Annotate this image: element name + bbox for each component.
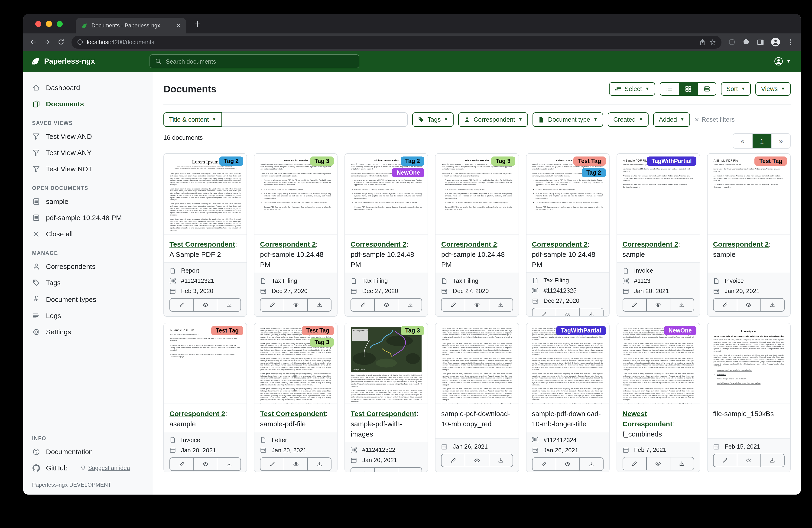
share-icon[interactable] <box>699 39 706 45</box>
view-button[interactable] <box>555 458 579 470</box>
maximize-window-button[interactable] <box>57 21 63 27</box>
correspondent-link[interactable]: Newest Correspondent <box>622 410 672 428</box>
user-menu[interactable]: ▼ <box>774 57 791 66</box>
tag-badge[interactable]: TagWithPartial <box>647 157 696 166</box>
global-search[interactable] <box>149 54 359 68</box>
reset-filters-button[interactable]: ✕ Reset filters <box>695 116 735 123</box>
filter-text-input[interactable] <box>222 112 407 127</box>
thumbnail[interactable]: A Simple PDF FileThis is a small demonst… <box>617 154 699 234</box>
sidebar-item-close-all[interactable]: Close all <box>23 226 153 242</box>
edit-button[interactable] <box>532 458 555 470</box>
correspondent-link[interactable]: Test Correspondent <box>170 240 235 248</box>
edit-button[interactable] <box>714 454 737 467</box>
document-card[interactable]: Adobe Acrobat PDF FilesAdobe® Portable D… <box>345 153 428 317</box>
sidebar-item-correspondents[interactable]: Correspondents <box>23 258 153 274</box>
tag-badge[interactable]: Tag 3 <box>310 157 334 166</box>
tag-badge[interactable]: Tag 3 <box>491 157 515 166</box>
created-filter-button[interactable]: Created ▼ <box>608 112 649 127</box>
thumbnail[interactable]: Adobe Acrobat PDF FilesAdobe® Portable D… <box>526 154 609 234</box>
address-bar[interactable]: localhost:4200/documents <box>72 35 722 48</box>
added-filter-button[interactable]: Added ▼ <box>653 112 690 127</box>
edit-button[interactable] <box>623 299 646 311</box>
site-info-icon[interactable] <box>77 39 83 45</box>
sidebar-item-test-view-not[interactable]: Test View NOT <box>23 161 153 177</box>
tag-badge[interactable]: Tag 2 <box>582 168 606 177</box>
edit-button[interactable] <box>260 299 284 311</box>
download-button[interactable] <box>579 309 603 317</box>
thumbnail[interactable]: Adobe Acrobat PDF FilesAdobe® Portable D… <box>255 154 337 234</box>
download-button[interactable] <box>217 458 241 470</box>
search-input[interactable] <box>166 58 354 65</box>
thumbnail[interactable]: A Simple PDF FileThis is a small demonst… <box>708 154 790 234</box>
correspondent-link[interactable]: Correspondent 2 <box>260 240 316 248</box>
sidebar-item-open-doc-sample[interactable]: sample <box>23 193 153 210</box>
detail-view-button[interactable] <box>697 83 716 95</box>
edit-button[interactable] <box>623 458 646 470</box>
view-button[interactable] <box>737 454 760 467</box>
select-button[interactable]: Select ▼ <box>609 82 655 96</box>
thumbnail[interactable]: Lorem Ipsum"Neque porro quisquam est qui… <box>164 154 247 234</box>
sidebar-item-document-types[interactable]: # Document types <box>23 291 153 308</box>
document-card[interactable]: Lorem Ipsum"Neque porro quisquam est qui… <box>163 153 247 317</box>
correspondent-link[interactable]: Correspondent 2 <box>622 240 678 248</box>
view-button[interactable] <box>646 458 670 470</box>
tag-badge[interactable]: Test Tag <box>755 157 787 166</box>
correspondent-filter-button[interactable]: Correspondent ▼ <box>458 112 528 127</box>
tag-badge[interactable]: Test Tag <box>211 326 243 335</box>
download-button[interactable] <box>307 458 331 470</box>
tag-badge[interactable]: TagWithPartial <box>556 326 606 335</box>
edit-button[interactable] <box>351 468 374 472</box>
document-card[interactable]: Adobe Acrobat PDF FilesAdobe® Portable D… <box>254 153 337 317</box>
pagination-prev-button[interactable]: « <box>733 134 752 148</box>
download-button[interactable] <box>398 299 422 311</box>
download-button[interactable] <box>760 299 784 311</box>
tags-filter-button[interactable]: Tags ▼ <box>412 112 453 127</box>
views-button[interactable]: Views ▼ <box>756 82 791 96</box>
download-button[interactable] <box>217 299 241 311</box>
tag-badge[interactable]: Tag 2 <box>219 157 243 166</box>
sidebar-item-documentation[interactable]: Documentation <box>23 443 153 460</box>
new-tab-button[interactable] <box>193 20 202 28</box>
edit-button[interactable] <box>442 299 465 311</box>
download-button[interactable] <box>489 299 512 311</box>
view-button[interactable] <box>646 299 670 311</box>
tag-badge[interactable]: NewOne <box>664 326 696 335</box>
tag-badge[interactable]: Test Tag <box>574 157 606 166</box>
document-card[interactable]: Adobe Acrobat PDF FilesAdobe® Portable D… <box>435 153 519 317</box>
pagination-page-1-button[interactable]: 1 <box>752 134 771 148</box>
thumbnail[interactable]: Lorem ipsumLorem ipsum dolor sit amet, c… <box>708 323 790 404</box>
correspondent-link[interactable]: Correspondent 2 <box>170 410 225 417</box>
search-field-selector[interactable]: Title & content ▼ <box>163 112 222 127</box>
document-card[interactable]: A Simple PDF FileThis is a small demonst… <box>163 323 247 472</box>
edit-button[interactable] <box>170 299 193 311</box>
sidebar-item-documents[interactable]: Documents <box>23 96 153 112</box>
thumbnail[interactable]: Lorem ipsum dolor sit amet, consectetur … <box>617 323 699 404</box>
correspondent-link[interactable]: Test Correspondent <box>351 410 417 417</box>
sidebar-item-github[interactable]: GitHub Suggest an idea <box>23 460 153 476</box>
sidebar-item-open-doc-pdf-sample[interactable]: pdf-sample 10.24.48 PM <box>23 210 153 226</box>
correspondent-link[interactable]: Correspondent 2 <box>532 240 588 248</box>
extension-badge-icon[interactable] <box>728 39 735 45</box>
reload-icon[interactable] <box>58 39 64 45</box>
view-button[interactable] <box>737 299 760 311</box>
document-card[interactable]: Lorem ipsum dolor sit amet, consectetur … <box>526 323 609 472</box>
document-card[interactable]: A Simple PDF FileThis is a small demonst… <box>707 153 791 317</box>
thumbnail[interactable]: Adobe Acrobat PDF FilesAdobe® Portable D… <box>436 154 518 234</box>
document-card[interactable]: Lorem ipsum dolor sit amet, consectetur … <box>616 323 700 472</box>
view-button[interactable] <box>193 458 217 470</box>
back-icon[interactable] <box>30 39 37 45</box>
correspondent-link[interactable]: Correspondent 2 <box>713 240 769 248</box>
view-button[interactable] <box>284 299 307 311</box>
list-view-button[interactable] <box>660 83 679 95</box>
forward-icon[interactable] <box>44 39 50 45</box>
document-card[interactable]: Boundary Waters TripGoogle EarthLorem ip… <box>345 323 428 472</box>
document-card[interactable]: A Simple PDF FileThis is a small demonst… <box>616 153 700 317</box>
sort-button[interactable]: Sort ▼ <box>721 82 751 96</box>
sidebar-item-settings[interactable]: Settings <box>23 324 153 340</box>
view-button[interactable] <box>465 454 489 467</box>
tag-badge[interactable]: Tag 2 <box>401 157 424 166</box>
grid-view-button[interactable] <box>679 83 697 95</box>
pagination-next-button[interactable]: » <box>771 134 790 148</box>
tag-badge[interactable]: NewOne <box>392 168 424 177</box>
sidebar-item-logs[interactable]: Logs <box>23 308 153 324</box>
